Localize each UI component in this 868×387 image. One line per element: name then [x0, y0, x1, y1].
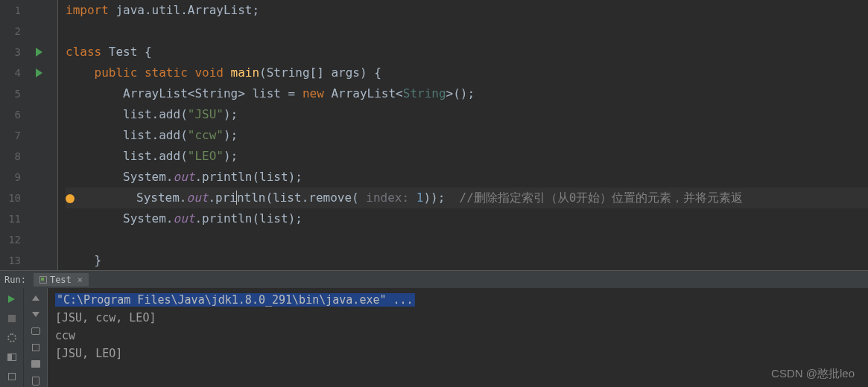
code-line[interactable]: System.out.println(list); [66, 208, 868, 229]
application-icon [39, 276, 47, 284]
watermark: CSDN @憨批leo [771, 367, 855, 381]
wrap-icon [31, 327, 40, 335]
line-number: 7 [0, 129, 25, 141]
wrap-button[interactable] [27, 324, 45, 338]
console-line: [JSU, LEO] [55, 345, 861, 362]
token-cls: list.add( [123, 149, 188, 163]
token-cls: ); [224, 149, 238, 163]
gutter-row[interactable]: 13 [0, 250, 57, 271]
gutter-row[interactable]: 2 [0, 21, 57, 42]
gutter-row[interactable]: 6 [0, 104, 57, 125]
run-body: "C:\Program Files\Java\jdk1.8.0_291\bin\… [0, 288, 868, 387]
settings-button[interactable] [3, 330, 21, 346]
gutter-row[interactable]: 8 [0, 146, 57, 167]
console-line: [JSU, ccw, LEO] [55, 309, 861, 327]
token-cls: System. [123, 170, 173, 184]
code-line[interactable] [66, 21, 868, 42]
gutter-row[interactable]: 5 [0, 83, 57, 104]
gutter-row[interactable]: 11 [0, 208, 57, 229]
gutter-row[interactable]: 3 [0, 42, 57, 63]
token-cls: } [95, 253, 102, 267]
run-gutter-icon[interactable] [36, 48, 42, 57]
run-tab-label: Test [50, 275, 72, 285]
line-number: 3 [0, 46, 25, 58]
token-cls: >(); [446, 86, 475, 100]
line-number: 6 [0, 109, 25, 121]
line-number: 13 [0, 255, 25, 266]
scroll-up-button[interactable] [27, 291, 45, 304]
code-line[interactable]: public static void main(String[] args) { [66, 63, 868, 83]
layout-button[interactable] [3, 349, 21, 365]
code-line[interactable]: list.add("ccw"); [66, 125, 868, 146]
code-line[interactable]: list.add("LEO"); [66, 146, 868, 167]
code-line[interactable]: class Test { [66, 42, 868, 63]
gutter-row[interactable]: 4 [0, 63, 57, 83]
console-cmd: "C:\Program Files\Java\jdk1.8.0_291\bin\… [55, 291, 861, 309]
gutter-row[interactable]: 12 [0, 229, 57, 250]
token-cls: ntln(list.remove( [237, 191, 359, 205]
bulb-icon[interactable] [66, 194, 75, 203]
pin-button[interactable] [3, 368, 21, 385]
line-number: 11 [0, 213, 25, 225]
token-cls: list.add( [123, 128, 188, 142]
code-line[interactable]: System.out.println(list); [66, 167, 868, 188]
token-cls: System. [123, 211, 173, 226]
line-number: 10 [0, 192, 25, 204]
export-button[interactable] [27, 341, 45, 354]
token-cls: ); [224, 128, 238, 142]
token-cls: System. [136, 191, 186, 205]
scroll-down-button[interactable] [27, 307, 45, 321]
token-cls: .println(list); [194, 211, 302, 226]
arrow-down-icon [32, 312, 39, 317]
code-line[interactable]: } [66, 250, 868, 271]
line-number: 12 [0, 234, 25, 246]
line-number: 8 [0, 150, 25, 162]
code-line[interactable] [66, 229, 868, 250]
line-number: 4 [0, 67, 25, 79]
token-param: index: [359, 191, 416, 205]
console-line: ccw [55, 327, 861, 345]
gutter-row[interactable]: 10 [0, 188, 57, 208]
token-cls: list.add( [123, 107, 188, 121]
layout-icon [7, 354, 16, 361]
run-panel: Run: Test × "C:\Program Files\Java\jdk1.… [0, 270, 868, 387]
code-line[interactable]: import java.util.ArrayList; [66, 0, 868, 21]
gear-icon [7, 333, 16, 342]
run-gutter-icon[interactable] [36, 68, 42, 77]
stop-button[interactable] [3, 310, 21, 327]
export-icon [32, 344, 39, 351]
line-number: 2 [0, 25, 25, 37]
play-icon [8, 295, 15, 303]
rerun-button[interactable] [3, 291, 21, 307]
token-cls: )); [423, 191, 459, 205]
token-kw: import [66, 3, 115, 17]
code-line[interactable]: ArrayList<String> list = new ArrayList<S… [66, 83, 868, 104]
print-icon [31, 360, 40, 368]
line-number: 1 [0, 4, 25, 16]
token-cls: ArrayList<String> list = [123, 86, 302, 100]
token-kw: new [302, 86, 332, 100]
token-kw: class [66, 45, 109, 59]
code-area[interactable]: import java.util.ArrayList;class Test { … [58, 0, 868, 270]
close-icon[interactable]: × [77, 275, 83, 285]
print-button[interactable] [27, 357, 45, 371]
trash-button[interactable] [27, 374, 45, 387]
token-cls: { [145, 45, 152, 59]
arrow-up-icon [32, 295, 39, 301]
token-cls: (String[] args) { [259, 65, 381, 80]
gutter-row[interactable]: 1 [0, 0, 57, 21]
run-header: Run: Test × [0, 271, 868, 288]
code-line[interactable]: list.add("JSU"); [66, 104, 868, 125]
token-cmt: //删除指定索引（从0开始）位置的元素，并将元素返 [460, 191, 744, 205]
console-output[interactable]: "C:\Program Files\Java\jdk1.8.0_291\bin\… [48, 288, 868, 387]
code-line[interactable]: System.out.println(list.remove( index: 1… [66, 188, 868, 208]
gutter-row[interactable]: 7 [0, 125, 57, 146]
gutter-row[interactable]: 9 [0, 167, 57, 188]
token-type: String [403, 86, 446, 100]
run-tab[interactable]: Test × [34, 273, 89, 287]
token-str: "LEO" [188, 149, 224, 163]
run-toolbar-right [24, 288, 48, 387]
line-number: 9 [0, 171, 25, 183]
token-fld: out [187, 191, 209, 205]
token-mtd: main [231, 65, 260, 80]
